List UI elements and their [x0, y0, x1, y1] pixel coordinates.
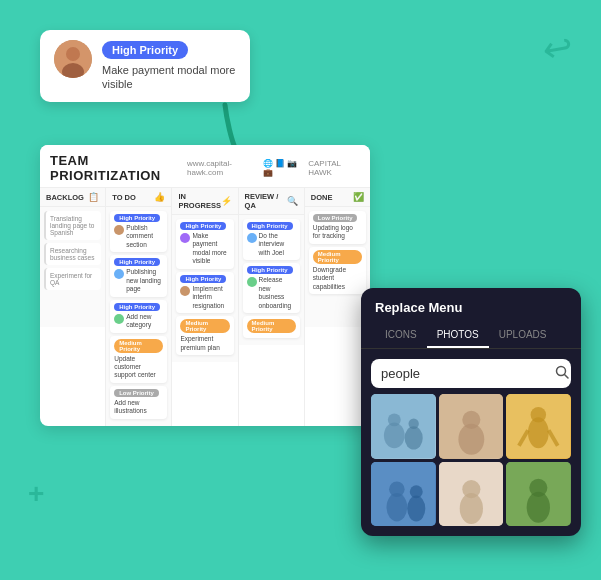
low-badge: Low Priority	[114, 389, 159, 397]
high-badge: High Priority	[247, 222, 293, 230]
col-body-inprogress: High Priority Make payment modal more vi…	[172, 215, 237, 362]
high-badge: High Priority	[114, 214, 160, 222]
task-item: High Priority Add new category	[110, 300, 167, 333]
todo-icon: 👍	[154, 192, 165, 202]
backlog-icon: 📋	[88, 192, 99, 202]
svg-rect-7	[371, 394, 436, 459]
svg-point-14	[462, 411, 480, 429]
high-priority-badge: High Priority	[102, 41, 188, 59]
task-item: High Priority Make payment modal more vi…	[176, 219, 233, 269]
svg-line-6	[565, 375, 569, 379]
svg-point-17	[531, 407, 547, 423]
task-item: Low Priority Updating logo for tracking	[309, 211, 366, 244]
col-title-review: REVIEW / QA	[245, 192, 287, 210]
photo-item[interactable]	[371, 394, 436, 459]
tab-icons[interactable]: ICONS	[375, 323, 427, 348]
col-header-backlog: BACKLOG 📋	[40, 188, 105, 207]
task-item: Researching business cases	[44, 243, 101, 265]
curl-decoration: ↩	[540, 26, 577, 73]
col-title-todo: TO DO	[112, 193, 136, 202]
col-inprogress: IN PROGRESS ⚡ High Priority Make payment…	[172, 188, 238, 426]
tab-photos[interactable]: PHOTOS	[427, 323, 489, 348]
task-avatar	[114, 225, 124, 235]
photo-item[interactable]	[506, 394, 571, 459]
col-title-backlog: BACKLOG	[46, 193, 84, 202]
col-body-backlog: Translating landing page to Spanish Rese…	[40, 207, 105, 327]
svg-point-30	[530, 478, 548, 496]
board-title-bar: TEAM PRIORITIZATION www.capital-hawk.com…	[40, 145, 370, 188]
inprogress-icon: ⚡	[221, 196, 232, 206]
svg-point-9	[388, 413, 401, 426]
photo-item[interactable]	[439, 394, 504, 459]
high-badge: High Priority	[180, 222, 226, 230]
task-avatar	[180, 233, 190, 243]
col-review: REVIEW / QA 🔍 High Priority Do the inter…	[239, 188, 305, 426]
task-item: Medium Priority	[243, 316, 300, 338]
low-badge: Low Priority	[313, 214, 358, 222]
task-avatar	[114, 314, 124, 324]
board-meta: www.capital-hawk.com 🌐 📘 📷 💼 CAPITAL HAW…	[187, 159, 360, 177]
col-title-inprogress: IN PROGRESS	[178, 192, 221, 210]
search-icon	[555, 365, 569, 382]
col-header-inprogress: IN PROGRESS ⚡	[172, 188, 237, 215]
medium-badge: Medium Priority	[247, 319, 296, 333]
medium-badge: Medium Priority	[180, 319, 229, 333]
task-avatar	[114, 269, 124, 279]
task-item: Translating landing page to Spanish	[44, 211, 101, 240]
task-item: Experiment for QA	[44, 268, 101, 290]
high-badge: High Priority	[247, 266, 293, 274]
high-badge: High Priority	[114, 303, 160, 311]
high-badge: High Priority	[180, 275, 226, 283]
search-input[interactable]	[381, 366, 549, 381]
task-item: High Priority Do the interview with Joel	[243, 219, 300, 260]
task-item: High Priority Publishing new landing pag…	[110, 255, 167, 296]
col-body-review: High Priority Do the interview with Joel…	[239, 215, 304, 345]
svg-point-11	[409, 419, 419, 429]
medium-badge: Medium Priority	[313, 250, 362, 264]
replace-menu: Replace Menu ICONS PHOTOS UPLOADS	[361, 288, 581, 536]
board-columns: BACKLOG 📋 Translating landing page to Sp…	[40, 188, 370, 426]
replace-menu-tabs: ICONS PHOTOS UPLOADS	[361, 323, 581, 349]
search-bar	[371, 359, 571, 388]
card-description: Make payment modal more visible	[102, 63, 236, 92]
photo-item[interactable]	[506, 462, 571, 527]
task-item: Medium Priority Downgrade student capabi…	[309, 247, 366, 294]
task-avatar	[180, 286, 190, 296]
svg-point-10	[405, 426, 423, 449]
photo-grid	[361, 394, 581, 536]
task-item: High Priority Release new business onboa…	[243, 263, 300, 313]
svg-point-21	[387, 493, 408, 521]
task-item: Medium Priority Experiment premium plan	[176, 316, 233, 355]
review-icon: 🔍	[287, 196, 298, 206]
col-header-done: DONE ✅	[305, 188, 370, 207]
card-content: High Priority Make payment modal more vi…	[102, 40, 236, 92]
task-avatar	[247, 277, 257, 287]
task-item: High Priority Publish comment section	[110, 211, 167, 252]
svg-point-22	[389, 481, 405, 497]
photo-item[interactable]	[371, 462, 436, 527]
svg-point-3	[66, 47, 80, 61]
priority-card: High Priority Make payment modal more vi…	[40, 30, 250, 102]
svg-point-27	[462, 480, 480, 498]
col-header-review: REVIEW / QA 🔍	[239, 188, 304, 215]
svg-point-23	[407, 495, 425, 521]
task-item: High Priority Implement interim resignat…	[176, 272, 233, 313]
high-badge: High Priority	[114, 258, 160, 266]
board-title: TEAM PRIORITIZATION	[50, 153, 187, 183]
task-avatar	[247, 233, 257, 243]
medium-badge: Medium Priority	[114, 339, 163, 353]
tab-uploads[interactable]: UPLOADS	[489, 323, 557, 348]
col-title-done: DONE	[311, 193, 333, 202]
task-item: Medium Priority Update customer support …	[110, 336, 167, 383]
col-backlog: BACKLOG 📋 Translating landing page to Sp…	[40, 188, 106, 426]
col-header-todo: TO DO 👍	[106, 188, 171, 207]
avatar	[54, 40, 92, 78]
svg-point-24	[410, 485, 423, 498]
photo-item[interactable]	[439, 462, 504, 527]
plus-decoration: +	[28, 478, 44, 510]
task-item: Low Priority Add new illustrations	[110, 386, 167, 419]
kanban-board: TEAM PRIORITIZATION www.capital-hawk.com…	[40, 145, 370, 426]
col-body-todo: High Priority Publish comment section Hi…	[106, 207, 171, 426]
col-todo: TO DO 👍 High Priority Publish comment se…	[106, 188, 172, 426]
done-icon: ✅	[353, 192, 364, 202]
